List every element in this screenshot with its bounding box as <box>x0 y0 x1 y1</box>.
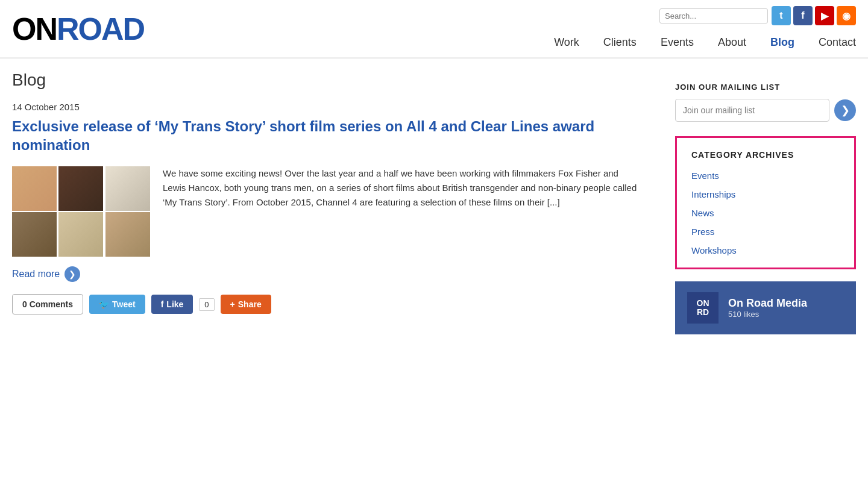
read-more-label: Read more <box>12 269 60 280</box>
category-archives-box: CATEGORY ARCHIVES Events Internships New… <box>675 136 856 269</box>
read-more-row: Read more ❯ <box>12 266 639 282</box>
nav-item-work[interactable]: Work <box>554 36 579 51</box>
nav-item-contact[interactable]: Contact <box>819 36 856 51</box>
sidebar: JOIN OUR MAILING LIST ❯ CATEGORY ARCHIVE… <box>663 70 856 334</box>
article-images <box>12 166 151 257</box>
action-bar: 0 Comments 🐦 Tweet f Like 0 + Share <box>12 294 639 315</box>
comments-button[interactable]: 0 Comments <box>12 294 83 315</box>
category-link-workshops[interactable]: Workshops <box>691 245 840 255</box>
facebook-icon[interactable]: f <box>793 6 813 25</box>
article-image-4 <box>12 212 57 257</box>
nav-item-clients[interactable]: Clients <box>603 36 637 51</box>
logo[interactable]: ONROAD <box>12 13 144 45</box>
mailing-label: JOIN OUR MAILING LIST <box>675 83 856 92</box>
mailing-input[interactable] <box>675 99 829 122</box>
tweet-button[interactable]: 🐦 Tweet <box>89 295 145 314</box>
like-label: Like <box>166 299 183 309</box>
article-image-5 <box>58 212 103 257</box>
mailing-submit-button[interactable]: ❯ <box>834 99 856 121</box>
rss-icon[interactable]: ◉ <box>837 6 856 25</box>
article-date: 14 October 2015 <box>12 102 639 112</box>
article-image-2 <box>58 166 103 211</box>
fb-likes-count: 510 likes <box>728 310 807 319</box>
logo-on: ON <box>12 11 57 46</box>
nav-item-events[interactable]: Events <box>661 36 694 51</box>
mailing-section: JOIN OUR MAILING LIST ❯ <box>675 70 856 122</box>
fb-logo-text: ONRD <box>697 299 709 318</box>
category-link-events[interactable]: Events <box>691 171 840 181</box>
share-icon: + <box>230 299 235 309</box>
tweet-bird-icon: 🐦 <box>99 299 109 309</box>
header-right: t f ▶ ◉ Work Clients Events About Blog C… <box>554 6 856 51</box>
facebook-box[interactable]: ONRD On Road Media 510 likes <box>675 281 856 334</box>
share-button[interactable]: + Share <box>221 295 271 314</box>
article-image-6 <box>105 212 150 257</box>
fb-info: On Road Media 510 likes <box>728 297 807 319</box>
logo-text: ONROAD <box>12 13 144 45</box>
read-more-icon: ❯ <box>64 266 80 282</box>
social-icons: t f ▶ ◉ <box>772 6 856 25</box>
header-top-row: t f ▶ ◉ <box>659 6 856 25</box>
share-label: Share <box>238 299 262 309</box>
category-link-news[interactable]: News <box>691 208 840 218</box>
page-title: Blog <box>12 70 639 90</box>
article-text: We have some exciting news! Over the las… <box>163 166 639 257</box>
like-button[interactable]: f Like <box>151 295 193 314</box>
article-body: We have some exciting news! Over the las… <box>12 166 639 257</box>
article-image-1 <box>12 166 57 211</box>
header: ONROAD t f ▶ ◉ Work Clients Events About… <box>0 0 868 58</box>
nav-item-about[interactable]: About <box>718 36 746 51</box>
search-input[interactable] <box>659 8 768 23</box>
category-link-press[interactable]: Press <box>691 227 840 237</box>
youtube-icon[interactable]: ▶ <box>815 6 834 25</box>
twitter-icon[interactable]: t <box>772 6 791 25</box>
facebook-page-logo: ONRD <box>687 292 719 324</box>
like-count: 0 <box>199 298 214 311</box>
mailing-row: ❯ <box>675 99 856 122</box>
category-title: CATEGORY ARCHIVES <box>691 150 840 160</box>
article-title[interactable]: Exclusive release of ‘My Trans Story’ sh… <box>12 117 639 154</box>
category-link-internships[interactable]: Internships <box>691 189 840 199</box>
tweet-label: Tweet <box>112 299 136 309</box>
fb-page-name: On Road Media <box>728 297 807 310</box>
logo-road: ROAD <box>57 11 144 46</box>
read-more-link[interactable]: Read more ❯ <box>12 266 80 282</box>
main-container: Blog 14 October 2015 Exclusive release o… <box>0 58 868 346</box>
content-area: Blog 14 October 2015 Exclusive release o… <box>12 70 663 334</box>
image-grid <box>12 166 151 257</box>
article-image-3 <box>105 166 150 211</box>
main-nav: Work Clients Events About Blog Contact <box>554 29 856 51</box>
nav-item-blog[interactable]: Blog <box>770 36 794 51</box>
facebook-like-icon: f <box>161 299 164 309</box>
